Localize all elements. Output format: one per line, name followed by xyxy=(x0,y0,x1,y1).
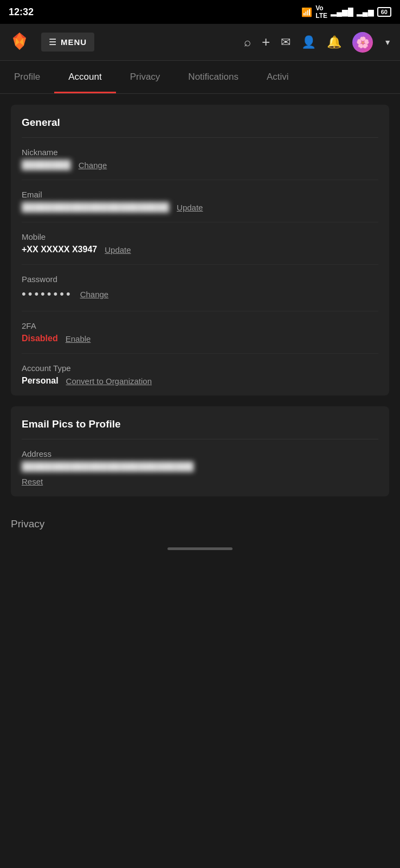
nickname-field: Nickname ████████ Change xyxy=(22,138,378,180)
main-content: General Nickname ████████ Change Email █… xyxy=(0,105,400,541)
menu-button[interactable]: ☰ MENU xyxy=(41,33,94,52)
battery-icon: 60 xyxy=(377,7,391,17)
account-type-field: Account Type Personal Convert to Organiz… xyxy=(22,354,378,395)
twofa-label: 2FA xyxy=(22,321,378,330)
password-label: Password xyxy=(22,275,378,284)
account-type-label: Account Type xyxy=(22,363,378,373)
bottom-indicator xyxy=(167,547,233,550)
navbar-icons: ⌕ + ✉ 👤 🔔 🌸 ▼ xyxy=(244,32,391,53)
twofa-value-row: Disabled Enable xyxy=(22,334,378,343)
add-icon[interactable]: + xyxy=(262,34,270,50)
signal-text: VoLTE xyxy=(315,4,327,20)
bell-icon[interactable]: 🔔 xyxy=(327,35,341,49)
privacy-section-label: Privacy xyxy=(11,507,389,541)
email-pics-reset-button[interactable]: Reset xyxy=(22,477,43,486)
email-field: Email ████████████████████████ Update xyxy=(22,180,378,222)
bottom-bar xyxy=(0,541,400,557)
email-label: Email xyxy=(22,190,378,199)
app-logo[interactable] xyxy=(9,30,30,54)
general-section: General Nickname ████████ Change Email █… xyxy=(11,105,389,395)
avatar[interactable]: 🌸 xyxy=(352,32,373,53)
tab-privacy[interactable]: Privacy xyxy=(116,61,175,93)
email-pics-address-field: Address ████████████████████████████ Res… xyxy=(22,439,378,496)
tab-activity[interactable]: Activi xyxy=(253,61,303,93)
status-time: 12:32 xyxy=(9,7,34,18)
email-pics-title: Email Pics to Profile xyxy=(22,418,121,430)
mail-icon[interactable]: ✉ xyxy=(281,35,291,49)
mobile-update-button[interactable]: Update xyxy=(105,245,131,254)
twofa-enable-button[interactable]: Enable xyxy=(66,334,91,343)
mobile-value: +XX XXXXX X3947 xyxy=(22,245,97,254)
password-value: •••••••• xyxy=(22,287,73,301)
avatar-image: 🌸 xyxy=(356,36,370,49)
nickname-label: Nickname xyxy=(22,148,378,157)
email-pics-address-label: Address xyxy=(22,449,378,458)
nickname-value-row: ████████ Change xyxy=(22,160,378,170)
account-type-value: Personal xyxy=(22,376,59,386)
convert-to-org-button[interactable]: Convert to Organization xyxy=(66,376,152,386)
signal-bars-icon: ▂▄▆█ xyxy=(331,8,353,16)
email-pics-header: Email Pics to Profile xyxy=(22,406,378,439)
mobile-value-row: +XX XXXXX X3947 Update xyxy=(22,245,378,254)
tab-account[interactable]: Account xyxy=(54,61,115,93)
email-pics-address-value: ████████████████████████████ xyxy=(22,462,193,471)
tab-profile[interactable]: Profile xyxy=(0,61,54,93)
email-value: ████████████████████████ xyxy=(22,202,169,212)
password-change-button[interactable]: Change xyxy=(80,290,109,299)
nickname-change-button[interactable]: Change xyxy=(79,161,107,170)
signal-bars-2-icon: ▂▄▆ xyxy=(357,8,374,16)
status-bar: 12:32 📶 VoLTE ▂▄▆█ ▂▄▆ 60 xyxy=(0,0,400,24)
general-title: General xyxy=(22,117,60,128)
twofa-field: 2FA Disabled Enable xyxy=(22,311,378,354)
password-field: Password •••••••• Change xyxy=(22,265,378,311)
avatar-chevron-icon: ▼ xyxy=(384,38,391,47)
twofa-status: Disabled xyxy=(22,334,58,343)
wifi-icon: 📶 xyxy=(301,7,312,17)
general-section-header: General xyxy=(22,105,378,138)
account-type-value-row: Personal Convert to Organization xyxy=(22,376,378,386)
email-pics-address-value-row: ████████████████████████████ xyxy=(22,462,378,471)
menu-lines-icon: ☰ xyxy=(49,37,56,47)
person-icon[interactable]: 👤 xyxy=(301,35,316,49)
mobile-label: Mobile xyxy=(22,232,378,241)
nickname-value: ████████ xyxy=(22,160,71,170)
navbar: ☰ MENU ⌕ + ✉ 👤 🔔 🌸 ▼ xyxy=(0,24,400,61)
search-icon[interactable]: ⌕ xyxy=(244,35,251,49)
email-update-button[interactable]: Update xyxy=(177,203,203,212)
status-icons: 📶 VoLTE ▂▄▆█ ▂▄▆ 60 xyxy=(301,4,391,20)
tabs-container: Profile Account Privacy Notifications Ac… xyxy=(0,61,400,94)
mobile-field: Mobile +XX XXXXX X3947 Update xyxy=(22,222,378,265)
password-value-row: •••••••• Change xyxy=(22,287,378,301)
menu-label: MENU xyxy=(61,37,87,47)
tab-notifications[interactable]: Notifications xyxy=(174,61,253,93)
email-pics-section: Email Pics to Profile Address ██████████… xyxy=(11,406,389,496)
email-value-row: ████████████████████████ Update xyxy=(22,202,378,212)
